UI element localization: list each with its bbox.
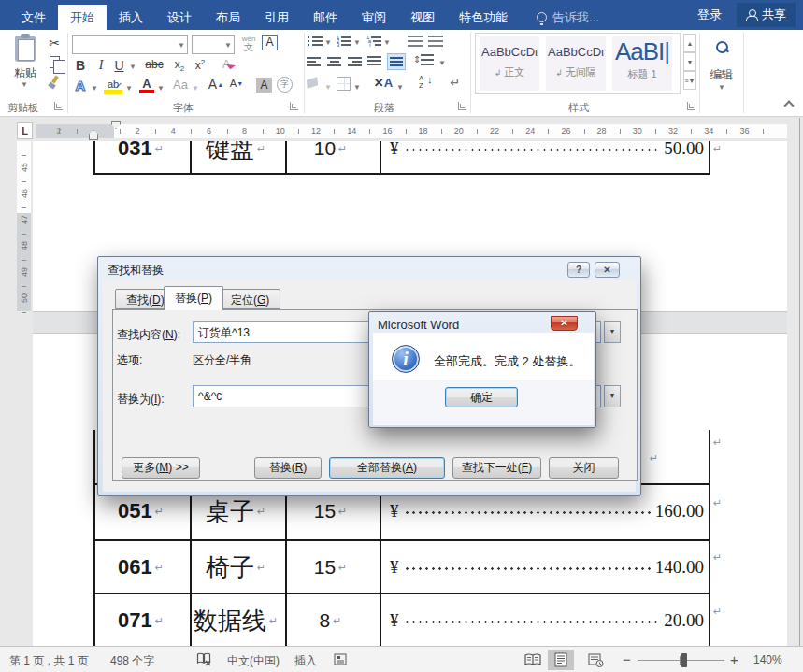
print-layout-button[interactable] [548,650,574,670]
bold-icon[interactable]: B [73,58,88,73]
ribbon-tab-6[interactable]: 引用 [252,5,301,30]
zoom-level[interactable]: 140% [753,653,782,666]
multilevel-dropdown-icon[interactable]: ▼ [383,38,391,47]
word-count[interactable]: 498 个字 [110,653,154,669]
paste-button[interactable]: 粘贴 [7,65,43,81]
ribbon-tab-1[interactable]: 文件 [9,5,58,30]
underline-dropdown-icon[interactable]: ▼ [129,63,136,71]
underline-icon[interactable]: U [112,58,126,73]
style-card-1[interactable]: AaBbCcDι↲ 正文 [480,36,539,91]
align-left-icon[interactable] [307,56,321,67]
style-card-3[interactable]: AaBI|标题 1 [612,36,672,91]
highlight-dropdown-icon[interactable]: ▼ [125,84,133,93]
font-color-dropdown-icon[interactable]: ▼ [157,84,165,93]
msgbox-close-button[interactable]: ✕ [551,316,578,331]
styles-dialog-launcher[interactable] [687,102,695,110]
paragraph-dialog-launcher[interactable] [458,102,466,110]
copy-icon[interactable] [45,54,64,69]
dialog-close-button[interactable]: ✕ [595,262,620,278]
clear-formatting-icon[interactable]: A◣ [219,57,237,71]
show-marks-icon[interactable]: ↵ [447,76,464,90]
align-center-icon[interactable] [327,56,341,67]
enclosed-char-icon[interactable]: 字 [277,77,293,93]
macro-icon[interactable] [334,653,347,665]
share-button[interactable]: 共享 [737,3,796,27]
ribbon-tab-7[interactable]: 邮件 [301,5,350,30]
page-indicator[interactable]: 第 1 页 , 共 1 页 [9,653,89,669]
sign-in-button[interactable]: 登录 [697,7,722,23]
text-effects-icon[interactable]: A [71,78,90,93]
read-mode-button[interactable] [520,650,546,670]
sort-icon[interactable]: AZ↓ [419,75,436,92]
dialog-help-button[interactable]: ? [567,262,590,278]
ribbon-tab-5[interactable]: 布局 [204,5,252,30]
find-icon[interactable] [710,37,733,56]
italic-icon[interactable]: I [94,58,108,73]
ribbon-tab-10[interactable]: 特色功能 [447,5,520,30]
dialog-button-5[interactable]: 关闭 [549,457,619,479]
horizontal-ruler[interactable]: 246810121416182022242628303234362 [36,124,787,138]
ok-button[interactable]: 确定 [445,387,518,407]
tell-me[interactable]: 告诉我... [537,5,599,30]
web-layout-button[interactable] [582,650,609,670]
table-row[interactable]: 031↵键盘↵10↵¥50.00 [93,141,709,175]
bullets-dropdown-icon[interactable]: ▼ [324,38,332,47]
tab-selector[interactable]: L [17,122,33,139]
ribbon-tab-8[interactable]: 审阅 [350,5,398,30]
increase-indent-icon[interactable] [428,36,443,47]
dialog-tab-3[interactable]: 定位(G) [220,289,280,309]
styles-more-button[interactable]: ≡▼ [683,71,696,90]
styles-scroll-down[interactable]: ▼ [683,52,696,71]
insert-mode[interactable]: 插入 [294,653,317,669]
find-what-dropdown[interactable]: ▼ [604,321,621,343]
vertical-ruler[interactable]: 454647484950 [17,141,31,311]
font-size-combo[interactable]: ▼ [192,35,235,54]
distribute-icon[interactable] [387,53,406,70]
bullets-icon[interactable] [308,36,323,47]
ribbon-tab-3[interactable]: 插入 [107,5,155,30]
line-spacing-icon[interactable]: ⇕ [421,54,434,67]
dialog-button-1[interactable]: 更多(M) >> [122,457,200,479]
collapse-ribbon-icon[interactable] [785,99,796,107]
style-card-2[interactable]: AaBbCcDι↲ 无间隔 [546,36,606,91]
editing-button[interactable]: 编辑 [703,67,740,83]
font-name-combo[interactable]: ▼ [72,35,188,54]
superscript-icon[interactable]: x2 [192,58,208,72]
dialog-tab-2[interactable]: 替换(P) [164,286,223,310]
zoom-in-button[interactable]: + [730,651,738,667]
table-row[interactable]: 071↵数据线↵8↵¥20.00 [93,594,709,646]
paste-dropdown-icon[interactable]: ▼ [21,80,28,89]
align-right-icon[interactable] [348,56,362,67]
multilevel-list-icon[interactable]: 1 a i [366,36,381,47]
language-indicator[interactable]: 中文(中国) [227,653,280,669]
character-shading-icon[interactable]: A [256,78,272,93]
change-case-dropdown-icon[interactable]: ▼ [192,84,199,93]
shading-dropdown-icon[interactable]: ▼ [324,83,332,92]
editing-dropdown-icon[interactable]: ▼ [718,83,725,92]
justify-icon[interactable] [367,56,381,67]
ribbon-tab-2[interactable]: 开始 [58,5,107,30]
proofing-icon[interactable] [196,652,212,666]
dialog-button-4[interactable]: 查找下一处(F) [452,457,541,479]
cut-icon[interactable]: ✂ [45,36,64,50]
phonetic-guide-icon[interactable]: wén文 [239,34,258,51]
font-color-icon[interactable]: A [139,77,154,93]
line-spacing-dropdown-icon[interactable]: ▼ [438,59,446,67]
shading-icon[interactable] [307,77,322,90]
enclose-characters-icon[interactable]: A [262,35,278,50]
shrink-font-icon[interactable]: A▼ [228,78,245,89]
paste-icon[interactable] [7,34,43,64]
borders-icon[interactable] [337,77,351,91]
font-dialog-launcher[interactable] [290,102,298,110]
zoom-out-button[interactable]: − [623,651,631,667]
asian-layout-icon[interactable]: ✕A [372,76,394,90]
dialog-button-3[interactable]: 全部替换(A) [329,457,445,479]
zoom-slider-thumb[interactable] [681,653,687,667]
ribbon-tab-4[interactable]: 设计 [155,5,204,30]
styles-scroll-up[interactable]: ▲ [683,34,696,52]
asian-layout-dropdown-icon[interactable]: ▼ [396,83,404,92]
numbering-dropdown-icon[interactable]: ▼ [353,38,361,47]
strikethrough-icon[interactable]: abc [142,58,166,71]
ribbon-tab-9[interactable]: 视图 [398,5,447,30]
subscript-icon[interactable]: x2 [171,58,188,73]
